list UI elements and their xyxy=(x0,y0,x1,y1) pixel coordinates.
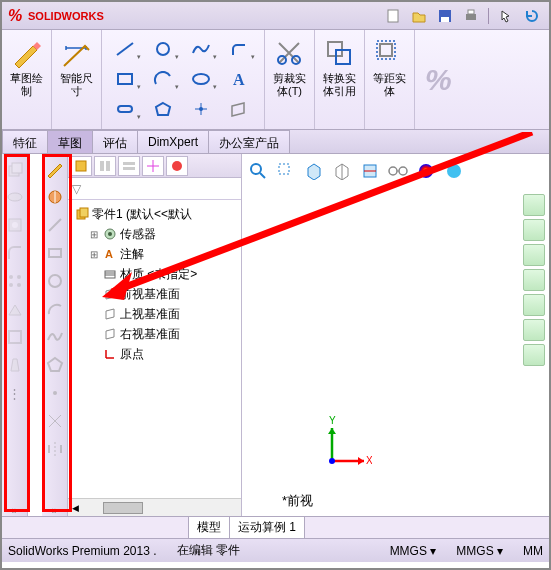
ribbon: 草图绘制 智能尺寸 ▾ ▾ ▾ ▾ ▾ ▾ ▾ A ▾ 剪裁实体(T) xyxy=(2,30,549,130)
slot-tool[interactable]: ▾ xyxy=(108,96,142,122)
zoom-area-icon[interactable] xyxy=(274,160,298,182)
svg-point-6 xyxy=(157,43,169,55)
sketch-point-icon[interactable] xyxy=(44,382,66,404)
zoom-fit-icon[interactable] xyxy=(246,160,270,182)
spline-tool[interactable]: ▾ xyxy=(184,36,218,62)
smart-dimension-button[interactable]: 智能尺寸 xyxy=(56,34,98,110)
fm-tab-render[interactable] xyxy=(166,156,188,176)
rt-btn-4[interactable] xyxy=(523,269,545,291)
feature-tree: 零件1 (默认<<默认 ⊞ 传感器 ⊞A 注解 材质 <未指定> 前视基准面 上… xyxy=(68,200,241,498)
tab-model[interactable]: 模型 xyxy=(188,516,230,539)
rt-btn-7[interactable] xyxy=(523,344,545,366)
3d-viewport[interactable]: X Y *前视 xyxy=(242,154,549,516)
fm-tab-dim[interactable] xyxy=(142,156,164,176)
feature-more-icon[interactable]: ⋮ xyxy=(4,382,26,404)
feature-revolve-icon[interactable] xyxy=(4,186,26,208)
feature-pattern-icon[interactable] xyxy=(4,270,26,292)
eyeglass-icon[interactable] xyxy=(386,160,410,182)
feature-cut-icon[interactable] xyxy=(4,214,26,236)
svg-point-47 xyxy=(172,161,182,171)
sketch-arc-icon[interactable] xyxy=(44,298,66,320)
circle-tool[interactable]: ▾ xyxy=(146,36,180,62)
feature-rib-icon[interactable] xyxy=(4,298,26,320)
svg-rect-3 xyxy=(466,14,476,20)
fm-tab-tree[interactable] xyxy=(70,156,92,176)
sketch-rect-icon[interactable] xyxy=(44,242,66,264)
tree-annotations[interactable]: ⊞A 注解 xyxy=(70,244,239,264)
fm-tab-config[interactable] xyxy=(118,156,140,176)
rt-btn-1[interactable] xyxy=(523,194,545,216)
new-button[interactable] xyxy=(382,6,404,26)
panel-scrollbar[interactable]: ◀ xyxy=(68,498,241,516)
sketch-mirror-icon[interactable] xyxy=(44,438,66,460)
arc-tool[interactable]: ▾ xyxy=(146,66,180,92)
rectangle-tool[interactable]: ▾ xyxy=(108,66,142,92)
status-units-2[interactable]: MMGS ▾ xyxy=(456,544,503,558)
polygon-tool[interactable] xyxy=(146,96,180,122)
tab-features[interactable]: 特征 xyxy=(2,130,48,153)
rt-btn-5[interactable] xyxy=(523,294,545,316)
sketch-poly-icon[interactable] xyxy=(44,354,66,376)
line-tool[interactable]: ▾ xyxy=(108,36,142,62)
section-icon[interactable] xyxy=(358,160,382,182)
status-units-1[interactable]: MMGS ▾ xyxy=(390,544,437,558)
rt-btn-6[interactable] xyxy=(523,319,545,341)
convert-button[interactable]: 转换实体引用 xyxy=(319,34,361,110)
tab-evaluate[interactable]: 评估 xyxy=(92,130,138,153)
tab-office[interactable]: 办公室产品 xyxy=(208,130,290,153)
rt-btn-3[interactable] xyxy=(523,244,545,266)
feature-fillet-icon[interactable] xyxy=(4,242,26,264)
cursor-button[interactable] xyxy=(495,6,517,26)
titlebar: % SOLIDWORKS xyxy=(2,2,549,30)
save-button[interactable] xyxy=(434,6,456,26)
view-name-label: *前视 xyxy=(282,492,313,510)
sketch-trim-icon[interactable] xyxy=(44,410,66,432)
svg-point-8 xyxy=(193,74,209,84)
trim-button[interactable]: 剪裁实体(T) xyxy=(269,34,311,110)
point-tool[interactable] xyxy=(184,96,218,122)
expand-icon-2[interactable]: » xyxy=(52,505,58,516)
origin-icon xyxy=(102,346,118,362)
fm-tab-property[interactable] xyxy=(94,156,116,176)
tree-sensors[interactable]: ⊞ 传感器 xyxy=(70,224,239,244)
tab-motion[interactable]: 运动算例 1 xyxy=(229,516,305,539)
ellipse-tool[interactable]: ▾ xyxy=(184,66,218,92)
sketch-circle-icon[interactable] xyxy=(44,270,66,292)
feature-shell-icon[interactable] xyxy=(4,326,26,348)
rt-btn-2[interactable] xyxy=(523,219,545,241)
feature-draft-icon[interactable] xyxy=(4,354,26,376)
tab-dimxpert[interactable]: DimXpert xyxy=(137,130,209,153)
expand-icon[interactable]: » xyxy=(12,505,18,516)
text-tool[interactable]: A xyxy=(222,66,256,92)
print-button[interactable] xyxy=(460,6,482,26)
scene-icon[interactable] xyxy=(442,160,466,182)
sketch-spline-icon[interactable] xyxy=(44,326,66,348)
svg-point-67 xyxy=(419,164,433,178)
feature-manager-panel: ▽ 零件1 (默认<<默认 ⊞ 传感器 ⊞A 注解 材质 <未指定> 前视基准面 xyxy=(68,154,242,516)
fillet-tool[interactable]: ▾ xyxy=(222,36,256,62)
sketch-line-icon[interactable] xyxy=(44,214,66,236)
plane-tool[interactable] xyxy=(222,96,256,122)
sketch-active-icon[interactable] xyxy=(44,158,66,180)
tree-front-plane[interactable]: 前视基准面 xyxy=(70,284,239,304)
appearance-icon[interactable] xyxy=(414,160,438,182)
display-style-icon[interactable] xyxy=(330,160,354,182)
tree-right-plane[interactable]: 右视基准面 xyxy=(70,324,239,344)
tree-root[interactable]: 零件1 (默认<<默认 xyxy=(70,204,239,224)
plane-icon xyxy=(102,326,118,342)
sketch-dim-icon[interactable] xyxy=(44,186,66,208)
sketch-button[interactable]: 草图绘制 xyxy=(6,34,48,110)
filter-icon[interactable]: ▽ xyxy=(72,182,81,196)
tree-top-plane[interactable]: 上视基准面 xyxy=(70,304,239,324)
offset-button[interactable]: 等距实体 xyxy=(369,34,411,110)
status-units-3[interactable]: MM xyxy=(523,544,543,558)
open-button[interactable] xyxy=(408,6,430,26)
rebuild-button[interactable] xyxy=(521,6,543,26)
feature-extrude-icon[interactable] xyxy=(4,158,26,180)
tree-origin[interactable]: 原点 xyxy=(70,344,239,364)
tab-sketch[interactable]: 草图 xyxy=(47,130,93,153)
svg-line-5 xyxy=(117,43,133,55)
svg-rect-31 xyxy=(9,331,21,343)
tree-material[interactable]: 材质 <未指定> xyxy=(70,264,239,284)
view-orient-icon[interactable] xyxy=(302,160,326,182)
